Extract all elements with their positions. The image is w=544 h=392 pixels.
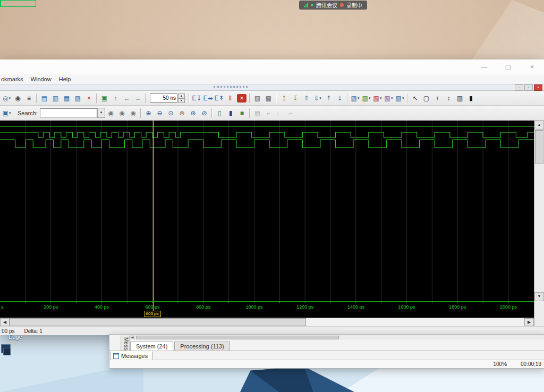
- add-wave-icon[interactable]: ▧▾: [350, 93, 361, 103]
- run-all-icon[interactable]: E↟: [214, 93, 225, 103]
- wave-values-pane-icon[interactable]: ▮: [225, 108, 236, 118]
- pan-mode-icon: +: [436, 95, 439, 101]
- pan-mode-icon[interactable]: +: [432, 93, 443, 103]
- expand-time-icon[interactable]: ⌐: [263, 108, 274, 118]
- delete-icon[interactable]: ×: [83, 93, 95, 103]
- print-icon[interactable]: ▦: [61, 93, 72, 103]
- scroll-left-button[interactable]: ◀: [130, 335, 135, 339]
- next-transition-icon[interactable]: ⇓▾: [312, 93, 323, 103]
- desktop-icon-label-edge[interactable]: Edge: [8, 334, 22, 340]
- tab-processing[interactable]: Processing (113): [174, 342, 230, 351]
- transcript-scrollbar[interactable]: ◀: [130, 335, 544, 339]
- horizontal-scrollbar[interactable]: ◀ ▶: [0, 318, 534, 326]
- transcript-scroll-thumb[interactable]: [136, 336, 339, 339]
- collapse-time-icon[interactable]: ∟: [274, 108, 285, 118]
- next-edge-icon[interactable]: ⇣: [334, 93, 345, 103]
- timeline-label: 1800 ps: [449, 304, 466, 310]
- step-icon[interactable]: ▨: [252, 93, 263, 103]
- layout-icon[interactable]: ▣▾: [1, 108, 12, 118]
- menu-bookmarks[interactable]: okmarks: [0, 76, 27, 82]
- edit-mode-icon[interactable]: ▥: [454, 93, 465, 103]
- goto-line-icon[interactable]: ≡: [23, 93, 35, 103]
- add-wave-group-icon[interactable]: ▧▾: [394, 93, 405, 103]
- pane-restore-button[interactable]: ▫: [524, 84, 533, 91]
- vertical-scroll-thumb[interactable]: [535, 130, 543, 164]
- search-exact-icon[interactable]: ◉: [105, 108, 116, 118]
- signal-0[interactable]: [0, 132, 534, 138]
- scroll-up-button[interactable]: ▲: [534, 121, 544, 130]
- pane-minimize-button[interactable]: –: [515, 84, 523, 91]
- search-exact-icon: ◉: [108, 110, 113, 116]
- zoom-mode-icon[interactable]: ▢: [421, 93, 432, 103]
- wave-cursor-pane-icon[interactable]: ▯: [214, 108, 225, 118]
- add-wave-cut-icon[interactable]: ▧▾: [361, 93, 372, 103]
- zoom-range-icon[interactable]: ⊛: [188, 108, 199, 118]
- copy-doc-icon[interactable]: ▧: [72, 93, 83, 103]
- railroad-icon[interactable]: ⌐: [285, 108, 296, 118]
- menu-window[interactable]: Window: [27, 76, 55, 82]
- vertical-scrollbar[interactable]: ▲ ▼: [534, 121, 544, 301]
- time-cursor-flag[interactable]: 603 ps: [144, 311, 161, 317]
- run-length-field-input[interactable]: [150, 93, 177, 103]
- screen-capture-region: [0, 0, 36, 7]
- add-wave-copy-icon[interactable]: ▧▾: [372, 93, 383, 103]
- wave-names-pane-icon[interactable]: ■: [236, 108, 248, 118]
- run-icon[interactable]: E↧: [191, 93, 202, 103]
- new-doc-icon[interactable]: ▤: [39, 93, 50, 103]
- menu-help[interactable]: Help: [55, 76, 75, 82]
- time-ruler[interactable]: s200 ps400 ps600 ps800 ps1000 ps1200 ps1…: [0, 301, 534, 311]
- horizontal-scroll-track[interactable]: [306, 318, 524, 326]
- add-wave-paste-icon[interactable]: ▧▾: [383, 93, 394, 103]
- tab-system[interactable]: System (24): [130, 342, 173, 351]
- step-over-icon[interactable]: ▩: [263, 93, 274, 103]
- run-length-field-spinner[interactable]: ▲▼: [178, 93, 185, 103]
- insert-cursor-icon[interactable]: ↥: [278, 93, 290, 103]
- zoom-full-icon[interactable]: ⊙: [165, 108, 176, 118]
- toolbar-separator: [140, 108, 141, 118]
- search-options-icon[interactable]: ◉: [128, 108, 139, 118]
- maximize-button[interactable]: ▢: [496, 59, 520, 74]
- restore-view-icon[interactable]: ▣: [99, 93, 110, 103]
- collapse-icon[interactable]: ↑: [110, 93, 121, 103]
- meeting-recording-pill[interactable]: 腾讯会议 录制中: [299, 1, 367, 10]
- forward-icon[interactable]: →: [132, 93, 143, 103]
- delete-cursor-icon[interactable]: ↧: [290, 93, 301, 103]
- prev-transition-icon[interactable]: ⇑: [301, 93, 312, 103]
- crosshair-mode-icon[interactable]: ↕: [443, 93, 454, 103]
- toolbar-separator: [14, 108, 15, 118]
- vertical-scroll-track[interactable]: [534, 165, 544, 292]
- close-button[interactable]: ×: [520, 59, 544, 74]
- zoom-in-icon[interactable]: ⊕: [143, 108, 154, 118]
- splitter-grip[interactable]: [214, 86, 248, 88]
- title-bar[interactable]: —▢×: [0, 59, 544, 74]
- scroll-down-button[interactable]: ▼: [534, 292, 544, 301]
- find-icon[interactable]: ◉: [12, 93, 23, 103]
- contrast-icon[interactable]: ▮: [465, 93, 477, 103]
- scroll-right-button[interactable]: ▶: [524, 318, 534, 326]
- prev-edge-icon[interactable]: ⇡: [323, 93, 334, 103]
- horizontal-scroll-thumb[interactable]: [10, 318, 306, 326]
- break-icon[interactable]: ‖: [225, 93, 236, 103]
- stop-icon[interactable]: ×: [237, 94, 246, 103]
- search-regexp-icon[interactable]: ◉: [116, 108, 128, 118]
- dropdown-caret-icon: ▾: [391, 96, 393, 100]
- waveform-canvas[interactable]: [0, 121, 534, 301]
- select-mode-icon[interactable]: ↖: [410, 93, 421, 103]
- pane-splitter-bar[interactable]: –▫×: [0, 84, 544, 91]
- grid-toggle-icon[interactable]: ▦: [252, 108, 263, 118]
- search-dropdown-button[interactable]: ▾: [97, 108, 105, 118]
- pane-close-button[interactable]: ×: [534, 84, 542, 91]
- signal-1[interactable]: [0, 140, 534, 148]
- history-icon[interactable]: ◎▾: [1, 93, 12, 103]
- run-continue-icon[interactable]: E↠: [202, 93, 214, 103]
- desktop-icon[interactable]: [3, 348, 11, 355]
- scroll-left-button[interactable]: ◀: [0, 318, 10, 326]
- search-options-icon: ◉: [130, 110, 135, 116]
- zoom-cursor-icon[interactable]: ⊚: [176, 108, 188, 118]
- minimize-button[interactable]: —: [472, 59, 496, 74]
- save-doc-icon[interactable]: ▥: [50, 93, 61, 103]
- zoom-others-icon[interactable]: ⊘: [199, 108, 210, 118]
- zoom-out-icon[interactable]: ⊖: [154, 108, 165, 118]
- back-icon[interactable]: ←: [121, 93, 132, 103]
- search-input[interactable]: [40, 108, 97, 117]
